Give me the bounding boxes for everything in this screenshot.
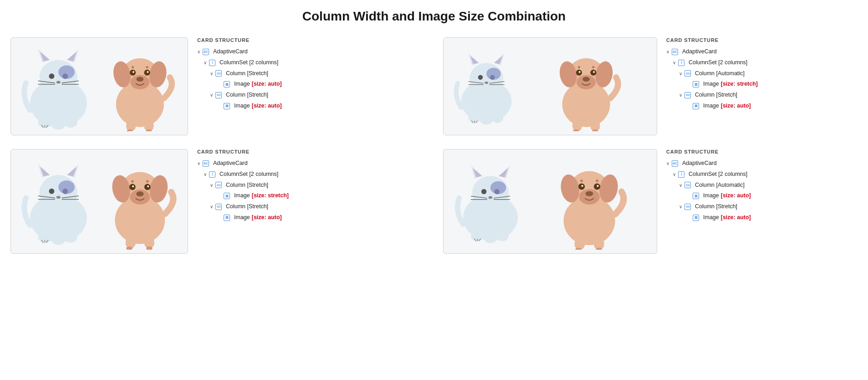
tree-item-label: ColumnSet [2 columns]	[689, 169, 747, 180]
tree-item-label: Image	[234, 212, 250, 223]
tree-item: ∨▭Column [Automatic]	[666, 180, 858, 191]
structure-bottom-right: CARD STRUCTURE∨ACAdaptiveCard∨⫶ColumnSet…	[666, 149, 858, 223]
tree-item: ⊠Image [size: auto]	[197, 212, 425, 223]
column-icon: ▭	[684, 70, 691, 77]
image-icon: ⊠	[693, 193, 699, 199]
card-structure-title: CARD STRUCTURE	[197, 149, 425, 154]
tree-item-label: Image	[703, 101, 719, 112]
card-preview-top-left	[10, 37, 188, 135]
structure-bottom-left: CARD STRUCTURE∨ACAdaptiveCard∨⫶ColumnSet…	[197, 149, 425, 223]
image-icon: ⊠	[693, 81, 699, 87]
chevron-icon: ∨	[666, 159, 669, 168]
tree-item-highlight: [size: auto]	[252, 212, 282, 223]
chevron-icon: ∨	[197, 47, 200, 56]
svg-point-78	[49, 189, 55, 194]
tree-item: ∨▭Column [Stretch]	[197, 201, 425, 212]
svg-point-29	[136, 77, 143, 82]
tree-item: ∨⫶ColumnSet [2 columns]	[666, 57, 858, 68]
svg-point-65	[582, 77, 590, 82]
svg-point-64	[593, 71, 595, 73]
column-icon: ▭	[215, 182, 222, 188]
tree-item-highlight: [size: stretch]	[721, 79, 758, 90]
tree-item-label: ColumnSet [2 columns]	[689, 57, 747, 68]
tree-item: ⊠Image [size: auto]	[666, 212, 858, 223]
column-icon: ▭	[215, 92, 222, 98]
tree-item: ∨▭Column [Stretch]	[197, 90, 425, 101]
svg-point-100	[147, 185, 149, 187]
svg-point-139	[596, 180, 598, 182]
tree-item-label: Image	[703, 190, 719, 201]
tree-view: ∨ACAdaptiveCard∨⫶ColumnSet [2 columns]∨▭…	[197, 158, 425, 223]
card-preview-bottom-left	[10, 149, 188, 254]
tree-item-label: Column [Stretch]	[226, 90, 268, 101]
chevron-icon: ∨	[679, 91, 682, 99]
tree-item: ⊠Image [size: stretch]	[197, 190, 425, 201]
tree-item-label: Column [Stretch]	[695, 90, 737, 101]
tree-item-highlight: [size: auto]	[252, 101, 282, 112]
card-preview-top-right	[443, 37, 657, 135]
chevron-icon: ∨	[210, 69, 213, 78]
svg-point-102	[131, 180, 133, 182]
tree-item-highlight: [size: auto]	[252, 79, 282, 90]
svg-point-63	[579, 71, 581, 73]
chevron-icon: ∨	[679, 69, 682, 78]
svg-point-66	[578, 66, 580, 68]
svg-point-87	[64, 232, 78, 243]
tree-item-label: Column [Automatic]	[695, 180, 745, 191]
image-icon: ⊠	[224, 81, 230, 87]
chevron-icon: ∨	[679, 181, 682, 190]
tree-item: ∨ACAdaptiveCard	[666, 46, 858, 57]
svg-point-80	[56, 196, 61, 199]
page-title: Column Width and Image Size Combination	[9, 9, 859, 24]
tree-item-label: AdaptiveCard	[213, 158, 248, 169]
panel-top-left: CARD STRUCTURE∨ACAdaptiveCard∨⫶ColumnSet…	[10, 37, 425, 135]
svg-point-101	[136, 191, 143, 196]
tree-item-label: Image	[703, 79, 719, 90]
column-icon: ▭	[215, 204, 222, 210]
image-icon: ⊠	[693, 215, 699, 221]
panel-bottom-right: CARD STRUCTURE∨ACAdaptiveCard∨⫶ColumnSet…	[443, 149, 858, 254]
svg-point-91	[59, 180, 75, 194]
tree-item-label: Image	[703, 212, 719, 223]
adaptive-card-icon: AC	[672, 49, 678, 55]
svg-point-137	[585, 191, 593, 196]
tree-view: ∨ACAdaptiveCard∨⫶ColumnSet [2 columns]∨▭…	[666, 158, 858, 223]
adaptive-card-icon: AC	[203, 49, 209, 55]
chevron-icon: ∨	[197, 159, 200, 168]
tree-item: ∨ACAdaptiveCard	[197, 158, 425, 169]
tree-item: ⊠Image [size: auto]	[666, 190, 858, 201]
chevron-icon: ∨	[210, 202, 213, 211]
svg-point-135	[581, 185, 583, 187]
column-set-icon: ⫶	[678, 171, 684, 178]
column-set-icon: ⫶	[209, 171, 215, 178]
svg-point-67	[592, 66, 594, 68]
tree-item: ⊠Image [size: stretch]	[666, 79, 858, 90]
image-icon: ⊠	[224, 215, 230, 221]
image-icon: ⊠	[693, 103, 699, 109]
tree-item-label: Image	[234, 190, 250, 201]
svg-point-31	[146, 66, 148, 68]
column-icon: ▭	[215, 70, 222, 77]
svg-point-19	[59, 65, 75, 79]
svg-point-42	[478, 75, 483, 80]
svg-point-103	[146, 180, 148, 182]
image-icon: ⊠	[224, 103, 230, 109]
svg-point-6	[49, 73, 55, 79]
svg-point-37	[470, 63, 503, 94]
tree-item: ∨ACAdaptiveCard	[666, 158, 858, 169]
svg-point-27	[133, 71, 134, 73]
column-set-icon: ⫶	[678, 60, 684, 66]
tree-item-label: ColumnSet [2 columns]	[220, 169, 278, 180]
svg-point-114	[481, 189, 486, 194]
tree-item-label: AdaptiveCard	[682, 46, 717, 57]
tree-item: ⊠Image [size: auto]	[197, 79, 425, 90]
svg-point-51	[491, 113, 503, 123]
chevron-icon: ∨	[204, 170, 207, 179]
tree-item: ⊠Image [size: auto]	[197, 101, 425, 112]
tree-item: ∨ACAdaptiveCard	[197, 46, 425, 57]
tree-item-highlight: [size: auto]	[721, 101, 751, 112]
svg-point-50	[480, 116, 492, 124]
tree-item-highlight: [size: auto]	[721, 212, 751, 223]
svg-point-15	[64, 117, 78, 128]
svg-point-123	[495, 231, 509, 241]
